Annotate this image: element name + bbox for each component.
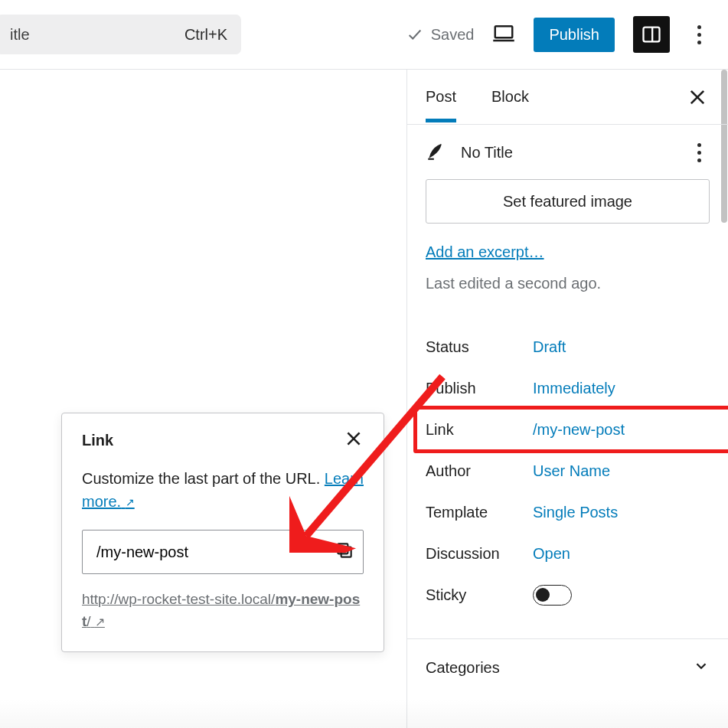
sidebar-toggle-button[interactable]	[633, 16, 670, 53]
save-status: Saved	[406, 26, 475, 44]
chevron-down-icon	[693, 658, 710, 678]
device-preview-icon[interactable]	[492, 21, 515, 47]
check-icon	[406, 26, 423, 43]
status-value[interactable]: Draft	[533, 338, 566, 356]
meta-row-template: Template Single Posts	[426, 491, 710, 533]
accordion-label: Categories	[426, 659, 500, 677]
slug-input[interactable]	[82, 530, 364, 574]
meta-label: Discussion	[426, 545, 533, 563]
svg-rect-6	[341, 547, 351, 557]
permalink-preview[interactable]: http://wp-rocket-test-site.local/my-new-…	[82, 588, 364, 633]
close-icon[interactable]	[344, 429, 364, 452]
meta-label: Status	[426, 338, 533, 356]
discussion-value[interactable]: Open	[533, 545, 570, 563]
document-actions-button[interactable]	[688, 140, 710, 165]
publish-button[interactable]: Publish	[534, 18, 615, 52]
meta-row-author: Author User Name	[426, 450, 710, 491]
meta-row-status: Status Draft	[426, 326, 710, 367]
link-value[interactable]: /my-new-post	[533, 421, 625, 439]
meta-label: Publish	[426, 380, 533, 397]
popover-help-text: Customize the last part of the URL. Lear…	[82, 467, 364, 513]
meta-row-discussion: Discussion Open	[426, 533, 710, 574]
copy-icon[interactable]	[335, 540, 354, 563]
publish-value[interactable]: Immediately	[533, 380, 615, 397]
meta-row-sticky: Sticky	[426, 574, 710, 615]
svg-rect-7	[338, 544, 348, 553]
close-sidebar-icon[interactable]	[687, 87, 708, 111]
last-edited-text: Last edited a second ago.	[426, 275, 710, 292]
meta-row-link: Link /my-new-post	[426, 409, 710, 450]
popover-title: Link	[82, 432, 113, 449]
set-featured-image-button[interactable]: Set featured image	[426, 179, 710, 224]
tab-post[interactable]: Post	[426, 71, 456, 122]
settings-sidebar: Post Block No Title Set featured image A	[407, 70, 728, 728]
svg-rect-0	[495, 26, 513, 38]
post-type-icon	[426, 142, 446, 165]
editor-canvas[interactable]: Link Customize the last part of the URL.…	[0, 70, 407, 728]
document-title-pill[interactable]: itle Ctrl+K	[0, 15, 241, 54]
document-title-text: itle	[10, 26, 30, 44]
save-status-label: Saved	[431, 26, 475, 44]
meta-label: Link	[426, 421, 533, 439]
link-popover: Link Customize the last part of the URL.…	[61, 413, 384, 652]
categories-accordion[interactable]: Categories	[407, 639, 728, 697]
more-options-button[interactable]	[688, 22, 710, 47]
meta-label: Sticky	[426, 586, 533, 604]
add-excerpt-link[interactable]: Add an excerpt…	[426, 243, 544, 261]
document-title: No Title	[461, 144, 513, 162]
template-value[interactable]: Single Posts	[533, 504, 618, 521]
sticky-toggle[interactable]	[533, 585, 572, 606]
post-meta-list: Status Draft Publish Immediately Link /m…	[426, 326, 710, 615]
meta-row-publish: Publish Immediately	[426, 367, 710, 409]
meta-label: Author	[426, 462, 533, 480]
meta-label: Template	[426, 504, 533, 521]
author-value[interactable]: User Name	[533, 462, 610, 480]
tab-block[interactable]: Block	[491, 71, 529, 122]
keyboard-shortcut: Ctrl+K	[184, 26, 227, 44]
